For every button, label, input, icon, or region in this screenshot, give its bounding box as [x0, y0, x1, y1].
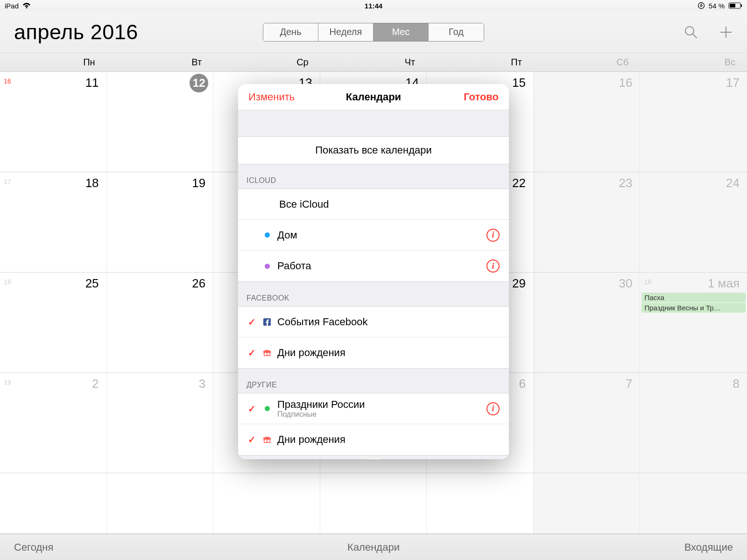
- today-marker: 12: [190, 74, 208, 92]
- show-all-calendars-button[interactable]: Показать все календари: [238, 136, 509, 164]
- day-number: 3: [199, 377, 205, 391]
- day-number: 26: [192, 276, 205, 291]
- calendar-day-cell[interactable]: 30: [534, 273, 641, 372]
- calendar-day-cell[interactable]: [427, 473, 534, 533]
- svg-rect-3: [730, 4, 735, 7]
- day-number: 19: [192, 176, 205, 190]
- view-segmented-control[interactable]: День Неделя Мес Год: [263, 23, 484, 42]
- color-dot-icon: [263, 232, 271, 238]
- day-number: 1 мая: [708, 276, 740, 291]
- calendar-item-fb-birthdays[interactable]: ✓Дни рождения: [238, 337, 509, 368]
- device-label: iPad: [5, 2, 19, 10]
- calendar-item-fb-events[interactable]: ✓События Facebook: [238, 307, 509, 337]
- weekday-label: Сб: [534, 53, 641, 71]
- calendar-day-cell[interactable]: 1825: [0, 273, 107, 372]
- svg-line-5: [693, 34, 697, 38]
- edit-button[interactable]: Изменить: [248, 91, 295, 103]
- day-number: 6: [519, 377, 525, 391]
- seg-week[interactable]: Неделя: [318, 23, 374, 41]
- done-button[interactable]: Готово: [464, 91, 499, 103]
- color-dot-icon: [263, 406, 271, 411]
- calendar-day-cell[interactable]: 1611: [0, 72, 107, 172]
- checkmark-icon: ✓: [247, 434, 257, 445]
- wifi-icon: [22, 2, 31, 9]
- month-title: апрель 2016: [14, 20, 138, 44]
- day-number: 18: [85, 176, 99, 190]
- color-dot-icon: [263, 264, 271, 269]
- svg-rect-2: [741, 4, 742, 7]
- status-bar: iPad 11:44 54 %: [0, 0, 747, 11]
- calendar-item-all-icloud[interactable]: Все iCloud: [238, 189, 509, 220]
- calendar-day-cell[interactable]: 16: [534, 72, 641, 172]
- day-number: 24: [726, 176, 740, 190]
- calendar-day-cell[interactable]: [320, 473, 427, 533]
- seg-year[interactable]: Год: [429, 23, 484, 41]
- info-icon[interactable]: i: [486, 259, 500, 273]
- calendar-day-cell[interactable]: 12: [107, 72, 214, 172]
- popover-title: Календари: [346, 91, 401, 103]
- popover-body[interactable]: Показать все календари ICLOUDВсе iCloudД…: [238, 110, 509, 459]
- weekday-label: Пт: [427, 53, 534, 71]
- calendar-day-cell[interactable]: 26: [107, 273, 214, 372]
- popover-arrow-icon: [366, 458, 381, 459]
- info-icon[interactable]: i: [486, 402, 500, 415]
- weekday-label: Пн: [0, 53, 107, 71]
- day-number: 25: [85, 276, 99, 291]
- search-icon[interactable]: [684, 25, 698, 39]
- day-number: 17: [726, 76, 740, 90]
- calendar-item-ru-holidays[interactable]: ✓Праздники РоссииПодписныеi: [238, 393, 509, 424]
- section-header: ICLOUD: [238, 164, 509, 189]
- calendar-item-other-birthdays[interactable]: ✓Дни рождения: [238, 424, 509, 455]
- day-number: 23: [619, 176, 633, 190]
- gift-icon: [263, 435, 271, 444]
- info-icon[interactable]: i: [486, 229, 500, 242]
- gift-icon: [263, 349, 271, 357]
- calendar-day-cell[interactable]: 1718: [0, 172, 107, 272]
- clock: 11:44: [365, 2, 382, 10]
- calendar-day-cell[interactable]: 24: [640, 172, 747, 272]
- seg-day[interactable]: День: [263, 23, 318, 41]
- week-number: 16: [4, 77, 11, 85]
- calendar-day-cell[interactable]: [534, 473, 641, 533]
- calendar-day-cell[interactable]: 192: [0, 373, 107, 473]
- calendar-day-cell[interactable]: 8: [640, 373, 747, 473]
- calendar-day-cell[interactable]: 181 маяПасхаПраздник Весны и Тр…: [640, 273, 747, 372]
- calendar-day-cell[interactable]: [107, 473, 214, 533]
- checkmark-icon: ✓: [247, 347, 257, 358]
- week-number: 19: [4, 378, 11, 386]
- day-number: 7: [626, 377, 632, 391]
- calendar-event[interactable]: Праздник Весны и Тр…: [641, 303, 746, 313]
- calendar-item-work[interactable]: Работаi: [238, 251, 509, 281]
- calendar-day-cell[interactable]: [640, 473, 747, 533]
- weekday-label: Вс: [640, 53, 747, 71]
- calendars-button[interactable]: Календари: [347, 541, 400, 553]
- calendar-day-cell[interactable]: [0, 473, 107, 533]
- weekday-label: Вт: [107, 53, 214, 71]
- calendar-day-cell[interactable]: 7: [534, 373, 641, 473]
- svg-point-0: [698, 3, 704, 9]
- calendars-popover: Изменить Календари Готово Показать все к…: [238, 84, 509, 459]
- seg-month[interactable]: Мес: [374, 23, 429, 41]
- add-icon[interactable]: [719, 25, 733, 39]
- calendar-day-cell[interactable]: 19: [107, 172, 214, 272]
- calendar-day-cell[interactable]: 3: [107, 373, 214, 473]
- section-header: ДРУГИЕ: [238, 369, 509, 393]
- calendar-day-cell[interactable]: 23: [534, 172, 641, 272]
- calendar-event[interactable]: Пасха: [641, 293, 746, 302]
- day-number: 22: [512, 176, 526, 190]
- facebook-icon: [263, 318, 271, 326]
- day-number: 30: [619, 276, 633, 291]
- calendar-item-home[interactable]: Домi: [238, 220, 509, 251]
- today-button[interactable]: Сегодня: [14, 541, 53, 553]
- day-number: 2: [92, 377, 99, 391]
- day-number: 16: [619, 76, 633, 90]
- orientation-lock-icon: [698, 2, 705, 9]
- section-header: FACEBOOK: [238, 282, 509, 306]
- week-number: 18: [644, 278, 651, 286]
- battery-icon: [728, 2, 742, 9]
- calendar-day-cell[interactable]: 17: [640, 72, 747, 172]
- weekday-label: Ср: [213, 53, 320, 71]
- inbox-button[interactable]: Входящие: [684, 541, 733, 553]
- calendar-day-cell[interactable]: [213, 473, 320, 533]
- day-number: 8: [733, 377, 740, 391]
